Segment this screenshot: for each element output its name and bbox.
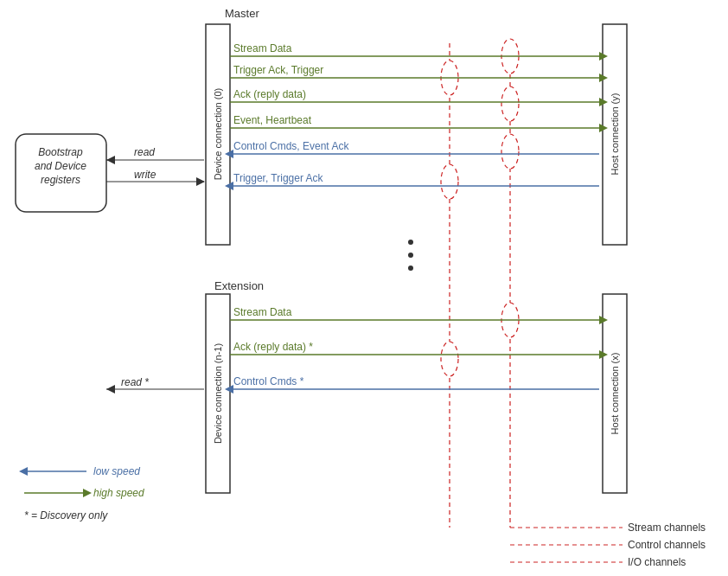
svg-text:Ack (reply data): Ack (reply data) xyxy=(233,88,306,100)
main-diagram-svg: Bootstrap and Device registers Device co… xyxy=(0,0,728,576)
extension-label: Extension xyxy=(214,279,264,292)
svg-text:Control Cmds, Event Ack: Control Cmds, Event Ack xyxy=(233,140,349,152)
svg-text:Host connection (x): Host connection (x) xyxy=(610,353,620,435)
svg-text:write: write xyxy=(134,169,156,181)
svg-text:I/O channels: I/O channels xyxy=(628,556,686,568)
svg-marker-64 xyxy=(19,467,28,476)
svg-point-49 xyxy=(408,253,413,258)
diagram-container: Bootstrap and Device registers Device co… xyxy=(0,0,728,576)
svg-text:Event, Heartbeat: Event, Heartbeat xyxy=(233,114,312,126)
svg-text:high speed: high speed xyxy=(93,487,144,499)
svg-point-20 xyxy=(501,134,519,169)
svg-text:Control Cmds *: Control Cmds * xyxy=(233,375,304,387)
svg-text:low speed: low speed xyxy=(93,465,140,477)
svg-text:read *: read * xyxy=(121,376,149,388)
svg-text:Control channels: Control channels xyxy=(628,539,706,551)
svg-text:Host connection (y): Host connection (y) xyxy=(610,93,620,176)
svg-marker-46 xyxy=(196,177,205,186)
svg-point-48 xyxy=(408,240,413,245)
svg-text:registers: registers xyxy=(41,174,80,186)
svg-marker-67 xyxy=(83,489,92,497)
svg-text:Device connection (n-1): Device connection (n-1) xyxy=(213,343,223,444)
svg-point-23 xyxy=(441,342,458,376)
svg-marker-61 xyxy=(106,385,115,394)
svg-text:Device connection (0): Device connection (0) xyxy=(213,88,223,180)
svg-text:Bootstrap: Bootstrap xyxy=(38,146,83,158)
svg-text:Stream Data: Stream Data xyxy=(233,306,292,318)
svg-text:Trigger, Trigger Ack: Trigger, Trigger Ack xyxy=(233,172,324,184)
svg-text:and Device: and Device xyxy=(35,160,86,172)
svg-point-50 xyxy=(408,266,413,271)
svg-text:Stream channels: Stream channels xyxy=(628,522,706,534)
svg-point-19 xyxy=(501,86,519,121)
svg-marker-43 xyxy=(106,156,115,164)
svg-text:read: read xyxy=(134,146,155,158)
master-label: Master xyxy=(225,7,259,20)
svg-text:Stream Data: Stream Data xyxy=(233,42,292,54)
svg-point-21 xyxy=(441,164,458,199)
svg-text:Trigger Ack, Trigger: Trigger Ack, Trigger xyxy=(233,64,323,76)
svg-text:Ack (reply data) *: Ack (reply data) * xyxy=(233,341,313,353)
svg-text:* = Discovery only: * = Discovery only xyxy=(24,509,108,522)
